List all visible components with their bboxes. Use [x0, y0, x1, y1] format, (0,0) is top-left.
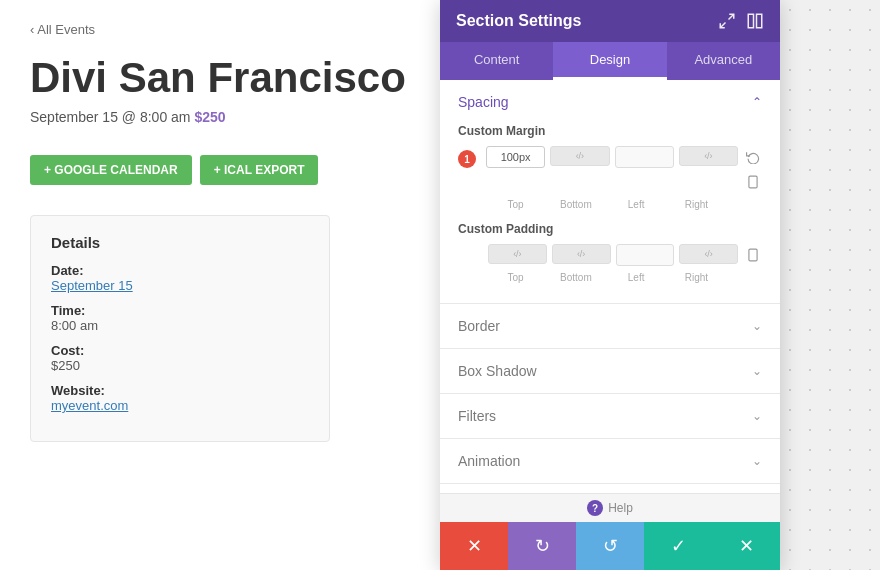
border-label: Border	[458, 318, 500, 334]
tab-content[interactable]: Content	[440, 42, 553, 80]
event-price: $250	[194, 109, 225, 125]
custom-padding-label: Custom Padding	[458, 222, 762, 236]
margin-top-label: Top	[488, 199, 543, 210]
filters-section: Filters ⌄	[440, 394, 780, 439]
padding-right-linked: ‹/›	[679, 244, 738, 264]
event-title: Divi San Francisco	[30, 55, 410, 101]
padding-top-label: Top	[488, 272, 543, 283]
margin-reset-button[interactable]	[744, 148, 762, 169]
fullscreen-icon[interactable]	[718, 12, 736, 30]
margin-left-label: Left	[609, 199, 664, 210]
svg-line-1	[720, 23, 725, 28]
close-button[interactable]: ✕	[712, 522, 780, 570]
filters-chevron: ⌄	[752, 409, 762, 423]
padding-device-button[interactable]	[744, 246, 762, 267]
back-link[interactable]: All Events	[30, 22, 95, 37]
time-row: Time: 8:00 am	[51, 303, 309, 333]
spacing-section-header[interactable]: Spacing ⌃	[440, 80, 780, 124]
svg-rect-3	[757, 14, 762, 28]
spacing-content: Custom Margin 1 ‹/›	[440, 124, 780, 303]
panel-footer: ✕ ↻ ↺ ✓ ✕	[440, 522, 780, 570]
box-shadow-chevron: ⌄	[752, 364, 762, 378]
website-row: Website: myevent.com	[51, 383, 309, 413]
margin-left-input[interactable]	[615, 146, 674, 168]
time-value: 8:00 am	[51, 318, 309, 333]
spacing-label: Spacing	[458, 94, 509, 110]
filters-label: Filters	[458, 408, 496, 424]
panel-title: Section Settings	[456, 12, 581, 30]
tab-advanced[interactable]: Advanced	[667, 42, 780, 80]
columns-icon[interactable]	[746, 12, 764, 30]
undo-button[interactable]: ↻	[508, 522, 576, 570]
box-shadow-section-header[interactable]: Box Shadow ⌄	[440, 349, 780, 393]
animation-section: Animation ⌄	[440, 439, 780, 484]
margin-bottom-label: Bottom	[548, 199, 603, 210]
border-section: Border ⌄	[440, 304, 780, 349]
custom-margin-label: Custom Margin	[458, 124, 762, 138]
event-meta: September 15 @ 8:00 am $250	[30, 109, 410, 125]
padding-left-input[interactable]	[616, 244, 675, 266]
margin-left-field	[615, 146, 674, 168]
box-shadow-section: Box Shadow ⌄	[440, 349, 780, 394]
svg-rect-4	[749, 176, 757, 188]
cost-value: $250	[51, 358, 309, 373]
details-box: Details Date: September 15 Time: 8:00 am…	[30, 215, 330, 442]
panel-header-icons	[718, 12, 764, 30]
google-calendar-button[interactable]: + GOOGLE CALENDAR	[30, 155, 192, 185]
cost-row: Cost: $250	[51, 343, 309, 373]
padding-top-field: ‹/›	[488, 244, 547, 266]
calendar-buttons: + GOOGLE CALENDAR + ICAL EXPORT	[30, 155, 410, 185]
tab-design[interactable]: Design	[553, 42, 666, 80]
filters-section-header[interactable]: Filters ⌄	[440, 394, 780, 438]
padding-top-linked: ‹/›	[488, 244, 547, 264]
redo-button[interactable]: ↺	[576, 522, 644, 570]
cost-label: Cost:	[51, 343, 309, 358]
margin-right-linked: ‹/›	[679, 146, 738, 166]
website-label: Website:	[51, 383, 309, 398]
section-settings-panel: Section Settings Content Design Advanced…	[440, 0, 780, 570]
padding-bottom-field: ‹/›	[552, 244, 611, 266]
margin-top-input[interactable]	[486, 146, 545, 168]
save-button[interactable]: ✓	[644, 522, 712, 570]
animation-chevron: ⌄	[752, 454, 762, 468]
website-value: myevent.com	[51, 398, 309, 413]
padding-right-field: ‹/›	[679, 244, 738, 266]
padding-bottom-linked: ‹/›	[552, 244, 611, 264]
help-label: Help	[608, 501, 633, 515]
margin-bottom-field: ‹/›	[550, 146, 609, 168]
ical-export-button[interactable]: + ICAL EXPORT	[200, 155, 319, 185]
date-value: September 15	[51, 278, 309, 293]
padding-bottom-label: Bottom	[548, 272, 603, 283]
panel-header: Section Settings	[440, 0, 780, 42]
border-section-header[interactable]: Border ⌄	[440, 304, 780, 348]
margin-top-field	[486, 146, 545, 168]
padding-left-field	[616, 244, 675, 266]
event-date: September 15 @ 8:00 am	[30, 109, 191, 125]
box-shadow-label: Box Shadow	[458, 363, 537, 379]
margin-right-label: Right	[669, 199, 724, 210]
svg-rect-6	[749, 249, 757, 261]
margin-device-button[interactable]	[744, 173, 762, 194]
panel-tabs: Content Design Advanced	[440, 42, 780, 80]
date-row: Date: September 15	[51, 263, 309, 293]
help-bar: ? Help	[440, 493, 780, 522]
svg-rect-2	[748, 14, 753, 28]
margin-right-field: ‹/›	[679, 146, 738, 168]
details-title: Details	[51, 234, 309, 251]
svg-line-0	[729, 14, 734, 19]
time-label: Time:	[51, 303, 309, 318]
panel-body: Spacing ⌃ Custom Margin 1	[440, 80, 780, 493]
padding-right-label: Right	[669, 272, 724, 283]
animation-label: Animation	[458, 453, 520, 469]
border-chevron: ⌄	[752, 319, 762, 333]
help-icon: ?	[587, 500, 603, 516]
cancel-button[interactable]: ✕	[440, 522, 508, 570]
animation-section-header[interactable]: Animation ⌄	[440, 439, 780, 483]
date-label: Date:	[51, 263, 309, 278]
margin-bottom-linked: ‹/›	[550, 146, 609, 166]
step-badge: 1	[458, 150, 476, 168]
event-content: All Events Divi San Francisco September …	[0, 0, 440, 570]
padding-left-label: Left	[609, 272, 664, 283]
spacing-section: Spacing ⌃ Custom Margin 1	[440, 80, 780, 304]
spacing-chevron-up: ⌃	[752, 95, 762, 109]
